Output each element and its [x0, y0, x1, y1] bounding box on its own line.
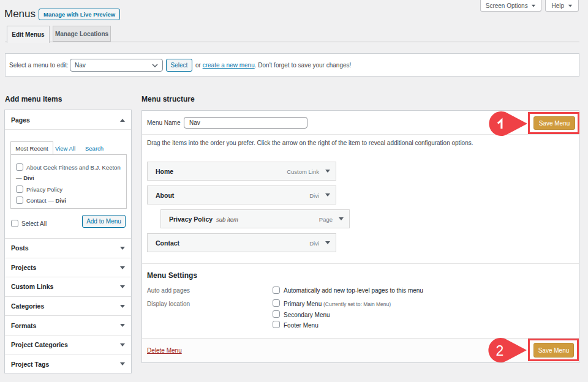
- svg-text:2: 2: [496, 343, 504, 359]
